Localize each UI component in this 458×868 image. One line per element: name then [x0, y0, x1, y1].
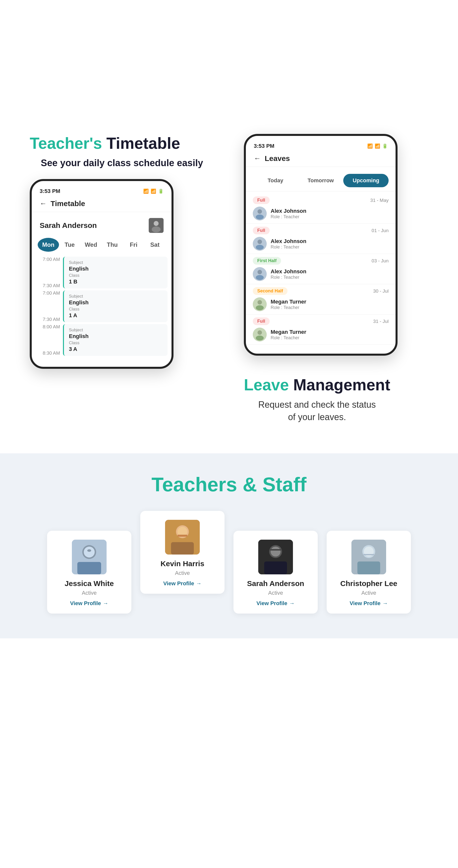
leave-person-row: Alex Johnson Role : Teacher — [253, 207, 389, 220]
leave-person-avatar — [253, 237, 267, 251]
schedule-item: 7:00 AM 7:30 AM Subject English Class 1 … — [36, 257, 167, 288]
person-role: Role : Teacher — [271, 305, 306, 310]
time-column: 8:00 AM 8:30 AM — [36, 324, 63, 356]
leave-badge: Full — [253, 227, 270, 235]
leave-header-row: Full 01 - Jun — [253, 227, 389, 235]
staff-card-christopher: Christopher Lee Active View Profile → — [327, 531, 411, 614]
person-role: Role : Teacher — [271, 214, 306, 219]
timetable-page-title: Timetable — [51, 199, 85, 208]
leave-person-info: Alex Johnson Role : Teacher — [271, 268, 306, 280]
timetable-title-green: Teacher's — [30, 134, 102, 152]
timetable-title-dark: Timetable — [106, 134, 180, 152]
leave-person-avatar — [253, 207, 267, 220]
svg-point-11 — [256, 275, 264, 280]
day-tue[interactable]: Tue — [59, 238, 80, 252]
class-label: Class — [69, 341, 163, 345]
svg-rect-30 — [264, 561, 287, 575]
start-time: 7:00 AM — [43, 257, 60, 262]
svg-point-7 — [258, 240, 262, 244]
signal-icon: 📶 — [151, 188, 156, 194]
leave-signal-icon: 📶 — [375, 143, 380, 149]
back-button[interactable]: ← — [40, 199, 46, 208]
leave-title: Leave Management — [244, 375, 390, 395]
leave-date: 31 - Jul — [373, 319, 389, 324]
day-sat[interactable]: Sat — [144, 238, 166, 252]
svg-rect-35 — [357, 561, 380, 575]
kevin-name: Kevin Harris — [161, 559, 204, 568]
leave-badge: First Half — [253, 257, 281, 265]
tab-today[interactable]: Today — [253, 174, 298, 187]
leave-badge: Full — [253, 196, 270, 204]
person-role: Role : Teacher — [271, 275, 306, 280]
staff-card-kevin: Kevin Harris Active View Profile → — [140, 511, 225, 594]
day-fri[interactable]: Fri — [123, 238, 144, 252]
kevin-view-profile[interactable]: View Profile → — [163, 580, 201, 587]
svg-rect-20 — [77, 562, 101, 575]
arrow-right-icon: → — [383, 600, 388, 607]
person-name: Megan Turner — [271, 299, 306, 305]
subject-label: Subject — [69, 260, 163, 265]
view-profile-label: View Profile — [350, 600, 381, 607]
leave-status-icons: 📶 📶 🔋 — [367, 143, 388, 149]
leave-person-row: Megan Turner Role : Teacher — [253, 297, 389, 311]
leave-title-block: Leave Management Request and check the s… — [244, 375, 390, 424]
arrow-right-icon: → — [103, 600, 108, 607]
leave-header-row: Full 31 - May — [253, 196, 389, 204]
end-time: 8:30 AM — [43, 350, 60, 356]
leave-item: Full 31 - Jul Megan Turner Role : Teache… — [246, 314, 396, 345]
leave-person-avatar — [253, 297, 267, 311]
leave-date: 30 - Jul — [373, 288, 389, 294]
leave-phone: 3:53 PM 📶 📶 🔋 ← Leaves Today Tomorrow Up… — [244, 134, 397, 355]
top-section — [0, 0, 458, 119]
arrow-right-icon: → — [196, 580, 201, 587]
leave-date: 01 - Jun — [371, 228, 389, 234]
timetable-block: Teacher's Timetable See your daily class… — [30, 134, 214, 369]
start-time: 7:00 AM — [43, 290, 60, 296]
timetable-subtitle: See your daily class schedule easily — [30, 157, 214, 169]
person-role: Role : Teacher — [271, 335, 306, 341]
staff-card-jessica: Jessica White Active View Profile → — [47, 531, 131, 614]
day-wed[interactable]: Wed — [80, 238, 102, 252]
leave-person-row: Megan Turner Role : Teacher — [253, 328, 389, 341]
svg-rect-37 — [363, 554, 374, 555]
subject-name: English — [69, 299, 163, 306]
time-column: 7:00 AM 7:30 AM — [36, 257, 63, 288]
status-icons: 📶 📶 🔋 — [143, 188, 164, 194]
subject-label: Subject — [69, 294, 163, 299]
tab-upcoming[interactable]: Upcoming — [343, 174, 389, 187]
view-profile-label: View Profile — [70, 600, 101, 607]
subject-name: English — [69, 266, 163, 272]
svg-point-14 — [256, 305, 264, 310]
leave-person-info: Alex Johnson Role : Teacher — [271, 208, 306, 219]
phone-header: ← Timetable — [32, 197, 171, 212]
svg-point-22 — [87, 549, 91, 552]
svg-point-1 — [154, 221, 159, 226]
sarah-view-profile[interactable]: View Profile → — [257, 600, 295, 607]
sarah-avatar — [258, 540, 293, 575]
leave-person-row: Alex Johnson Role : Teacher — [253, 237, 389, 251]
person-name: Alex Johnson — [271, 238, 306, 245]
staff-section: Teachers & Staff Jessica White Active Vi… — [0, 453, 458, 638]
jessica-view-profile[interactable]: View Profile → — [70, 600, 108, 607]
kevin-status: Active — [175, 570, 190, 576]
tab-tomorrow[interactable]: Tomorrow — [298, 174, 344, 187]
svg-rect-25 — [171, 542, 194, 555]
subject-name: English — [69, 333, 163, 340]
svg-point-17 — [256, 336, 264, 341]
day-mon[interactable]: Mon — [38, 238, 59, 252]
svg-point-16 — [258, 330, 262, 335]
day-selector: Mon Tue Wed Thu Fri Sat — [32, 238, 171, 252]
subject-label: Subject — [69, 328, 163, 333]
leave-phone-header: ← Leaves — [246, 152, 396, 167]
class-card: Subject English Class 1 A — [63, 290, 167, 322]
christopher-view-profile[interactable]: View Profile → — [350, 600, 388, 607]
leave-title-green: Leave — [244, 376, 289, 394]
leave-battery-icon: 🔋 — [382, 143, 388, 149]
timetable-title: Teacher's Timetable — [30, 134, 180, 153]
leave-back-button[interactable]: ← — [254, 155, 261, 162]
leave-item: Second Half 30 - Jul Megan Turner Role :… — [246, 284, 396, 314]
day-thu[interactable]: Thu — [102, 238, 123, 252]
leaves-tabs: Today Tomorrow Upcoming — [246, 171, 396, 191]
leave-badge: Second Half — [253, 287, 288, 295]
christopher-avatar — [352, 540, 386, 575]
